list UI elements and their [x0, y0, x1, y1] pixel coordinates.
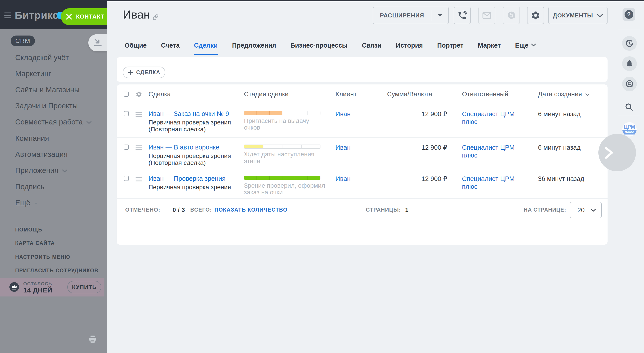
sidebar-item-automation[interactable]: Автоматизация: [15, 150, 68, 159]
sidebar-item-sites[interactable]: Сайты и Магазины: [15, 85, 80, 94]
sidebar-item-marketing[interactable]: Маркетинг: [15, 69, 51, 78]
extensions-dropdown-caret[interactable]: [431, 14, 448, 17]
stage-progress-bar: [244, 176, 320, 180]
settings-button[interactable]: [527, 7, 544, 24]
per-page-select[interactable]: 20: [570, 202, 602, 218]
chevron-down-icon: [531, 43, 536, 46]
sidebar-item-warehouse[interactable]: Складской учёт: [15, 53, 69, 62]
dock-slider-button[interactable]: [88, 34, 107, 51]
caret-down-icon: [34, 202, 38, 205]
tab-quotes[interactable]: Предложения: [232, 42, 276, 55]
deal-row[interactable]: Иван — Заказ на очки № 9 Первичная прове…: [117, 104, 608, 138]
sidebar-item-collab[interactable]: Совместная работа: [15, 117, 92, 126]
tab-business-processes[interactable]: Бизнес-процессы: [290, 42, 348, 55]
tab-market[interactable]: Маркет: [478, 42, 501, 55]
sidebar-item-invite-employees[interactable]: ПРИГЛАСИТЬ СОТРУДНИКОВ: [15, 267, 98, 274]
deal-link[interactable]: Иван — В авто воронке: [148, 143, 244, 151]
gear-icon: [531, 10, 540, 20]
printer-icon[interactable]: [88, 336, 97, 343]
stage-label: Пригласить на выдачу очков: [244, 117, 326, 131]
deal-link[interactable]: Иван — Заказ на очки № 9: [148, 110, 244, 118]
deal-amount: 12 900 ₽: [384, 104, 462, 137]
deal-funnel-label: Первичная проверка зрения (Повторная сде…: [148, 119, 239, 133]
sidebar-item-configure-menu[interactable]: НАСТРОИТЬ МЕНЮ: [15, 254, 70, 260]
column-header-client[interactable]: Клиент: [336, 84, 384, 104]
trial-banner: ОСТАЛОСЬ 14 ДНЕЙ КУПИТЬ: [0, 278, 104, 297]
column-header-deal[interactable]: Сделка: [148, 84, 244, 104]
rail-divider: [615, 1, 616, 353]
email-button[interactable]: [478, 7, 495, 24]
crown-icon: [10, 282, 19, 292]
sidebar-item-help[interactable]: ПОМОЩЬ: [15, 226, 42, 233]
buy-button[interactable]: КУПИТЬ: [67, 281, 101, 293]
row-checkbox[interactable]: [124, 111, 129, 116]
extensions-button[interactable]: РАСШИРЕНИЯ: [373, 7, 449, 24]
sidebar-item-signature[interactable]: Подпись: [15, 182, 44, 191]
slider-expand-button[interactable]: [598, 134, 636, 171]
client-link[interactable]: Иван: [336, 110, 350, 117]
row-checkbox[interactable]: [124, 176, 129, 181]
search-button[interactable]: [625, 103, 633, 111]
deal-amount: 12 900 ₽: [384, 138, 462, 169]
toolbar-card: СДЕЛКА: [117, 57, 608, 82]
column-header-amount[interactable]: Сумма/Валюта: [384, 84, 462, 104]
sidebar-item-crm[interactable]: CRM: [11, 35, 35, 46]
sidebar: CRM Складской учёт Маркетинг Сайты и Маг…: [0, 29, 107, 353]
sidebar-item-sitemap[interactable]: КАРТА САЙТА: [15, 240, 55, 246]
chevron-down-icon: [597, 14, 603, 17]
per-page-label: НА СТРАНИЦЕ:: [524, 207, 566, 213]
crm-plus-app-icon[interactable]: ЦРМ плюс: [622, 122, 636, 136]
tab-general[interactable]: Общие: [124, 42, 147, 55]
tab-invoices[interactable]: Счета: [161, 42, 180, 55]
deal-link[interactable]: Иван — Проверка зрения: [148, 174, 244, 183]
client-link[interactable]: Иван: [336, 144, 350, 151]
notifications-button[interactable]: [622, 56, 637, 71]
add-deal-button[interactable]: СДЕЛКА: [123, 67, 165, 78]
tab-more[interactable]: Еще: [515, 42, 536, 55]
tab-relations[interactable]: Связи: [362, 42, 382, 55]
help-button[interactable]: ?: [622, 8, 635, 21]
sidebar-item-company[interactable]: Компания: [15, 134, 49, 143]
select-all-checkbox[interactable]: [124, 92, 129, 97]
drag-handle-icon[interactable]: [136, 112, 142, 117]
responsible-link[interactable]: Специалист ЦРМ плюс: [462, 144, 516, 159]
sidebar-item-more[interactable]: Ещё: [15, 198, 38, 207]
responsible-link[interactable]: Специалист ЦРМ плюс: [462, 175, 516, 191]
column-header-responsible[interactable]: Ответственный: [462, 84, 538, 104]
documents-button[interactable]: ДОКУМЕНТЫ: [548, 7, 608, 24]
close-icon[interactable]: [66, 13, 72, 20]
bell-icon: [625, 59, 634, 68]
table-settings-gear-icon[interactable]: [136, 91, 142, 98]
show-count-link[interactable]: ПОКАЗАТЬ КОЛИЧЕСТВО: [214, 207, 288, 213]
column-header-created[interactable]: Дата создания: [538, 84, 608, 104]
pages-label: СТРАНИЦЫ:: [366, 207, 401, 213]
deal-row[interactable]: Иван — Проверка зрения Первичная проверк…: [117, 169, 608, 199]
copy-link-icon[interactable]: [152, 14, 159, 20]
documents-button-label: ДОКУМЕНТЫ: [553, 12, 593, 19]
client-link[interactable]: Иван: [336, 175, 350, 182]
hamburger-menu-icon[interactable]: [4, 12, 11, 18]
total-label: ВСЕГО:: [190, 207, 212, 213]
responsible-link[interactable]: Специалист ЦРМ плюс: [462, 110, 516, 126]
tab-portrait[interactable]: Портрет: [437, 42, 464, 55]
tab-history[interactable]: История: [396, 42, 423, 55]
row-checkbox[interactable]: [124, 145, 129, 150]
copilot-icon: [625, 39, 634, 48]
per-page-value: 20: [577, 206, 584, 214]
drag-handle-icon[interactable]: [136, 177, 142, 181]
chevron-down-icon: [591, 209, 596, 212]
column-header-stage[interactable]: Стадия сделки: [244, 84, 336, 104]
app-logo: Битрикс: [15, 9, 58, 21]
deal-row[interactable]: Иван — В авто воронке Первичная проверка…: [117, 138, 608, 169]
stage-label: Зрение проверил, оформил заказ на очки: [244, 182, 326, 196]
sidebar-item-apps[interactable]: Приложения: [15, 166, 67, 175]
sidebar-item-tasks[interactable]: Задачи и Проекты: [15, 101, 78, 110]
slider-panel: Иван РАСШИРЕНИЯ ДОКУМЕНТЫ Общие Счета: [107, 1, 644, 353]
drag-handle-icon[interactable]: [136, 145, 142, 150]
copilot-button[interactable]: [622, 36, 637, 51]
call-button[interactable]: [454, 7, 471, 24]
chat-button[interactable]: [503, 7, 520, 24]
messenger-button[interactable]: [622, 77, 637, 91]
table-footer: ОТМЕЧЕНО: 0 / 3 ВСЕГО: ПОКАЗАТЬ КОЛИЧЕСТ…: [117, 199, 608, 221]
tab-deals[interactable]: Сделки: [194, 42, 218, 55]
